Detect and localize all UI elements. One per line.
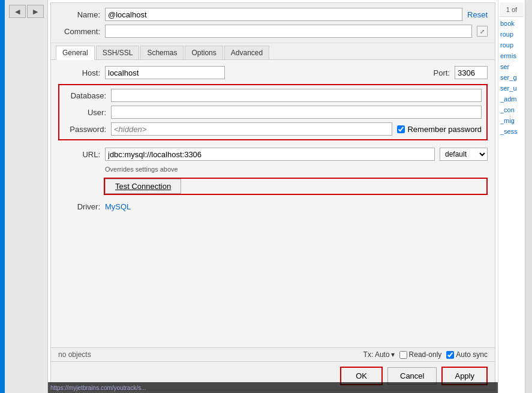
right-panel-count: 1 of	[506, 6, 517, 13]
driver-label: Driver:	[58, 202, 100, 211]
sidebar-active-indicator	[0, 0, 5, 393]
remember-password-checkbox[interactable]	[397, 125, 405, 133]
dialog-body: Host: Port: Database: User:	[51, 60, 495, 347]
list-item[interactable]: roup	[500, 40, 523, 50]
list-item[interactable]: _adm	[500, 94, 523, 104]
url-driver-select[interactable]: default	[440, 148, 488, 161]
read-only-checkbox[interactable]	[399, 351, 407, 359]
url-row: URL: default	[58, 148, 488, 161]
button-row: OK Cancel Apply	[51, 361, 495, 390]
host-row: Host: Port:	[58, 66, 488, 79]
list-item[interactable]: ser_u	[500, 83, 523, 94]
tab-schemas[interactable]: Schemas	[140, 46, 184, 59]
tabs-bar: General SSH/SSL Schemas Options Advanced	[51, 43, 495, 60]
overrides-text: Overrides settings above	[105, 166, 488, 173]
password-label: Password:	[64, 125, 106, 134]
database-input[interactable]	[111, 89, 482, 102]
tx-dropdown[interactable]: Tx: Auto ▾	[363, 350, 395, 359]
test-connection-button[interactable]: Test Connection	[105, 179, 181, 194]
remember-password-text: Remember password	[407, 125, 482, 134]
user-row: User:	[64, 106, 482, 119]
list-item[interactable]: _con	[500, 104, 523, 115]
dialog-header: Name: Reset Comment: ⤢	[51, 3, 495, 43]
reset-link[interactable]: Reset	[467, 10, 488, 19]
auto-sync-checkbox[interactable]	[446, 351, 454, 359]
ok-button[interactable]: OK	[340, 367, 383, 385]
status-bar: no objects Tx: Auto ▾ Read-only Auto syn…	[51, 347, 495, 361]
tab-sshssl[interactable]: SSH/SSL	[96, 46, 140, 59]
main-dialog-area: Name: Reset Comment: ⤢ General SSH/SSL S…	[48, 0, 498, 393]
list-item[interactable]: book	[500, 18, 523, 29]
list-item[interactable]: ser_g	[500, 72, 523, 83]
list-item[interactable]: ser	[500, 61, 523, 72]
auto-sync-text: Auto sync	[456, 350, 488, 359]
url-input[interactable]	[105, 148, 435, 161]
sidebar: ◀ ▶	[5, 0, 48, 393]
password-row: Password: Remember password	[64, 122, 482, 136]
tab-options[interactable]: Options	[185, 46, 223, 59]
expand-icon[interactable]: ⤢	[477, 26, 488, 37]
host-label: Host:	[58, 68, 100, 77]
remember-password-label[interactable]: Remember password	[397, 125, 482, 134]
comment-label: Comment:	[58, 27, 100, 36]
list-item[interactable]: _sess	[500, 126, 523, 137]
host-input[interactable]	[105, 66, 225, 79]
test-connection-wrapper: Test Connection	[104, 178, 488, 195]
back-button[interactable]: ◀	[9, 5, 26, 18]
comment-input[interactable]	[105, 25, 472, 38]
list-item[interactable]: _mig	[500, 115, 523, 126]
user-label: User:	[64, 108, 106, 117]
cancel-button[interactable]: Cancel	[387, 367, 437, 385]
tab-general[interactable]: General	[56, 46, 95, 60]
comment-row: Comment: ⤢	[58, 25, 488, 38]
connection-dialog: Name: Reset Comment: ⤢ General SSH/SSL S…	[50, 2, 495, 391]
list-item[interactable]: ermis	[500, 50, 523, 61]
name-input[interactable]	[105, 8, 462, 21]
scrollbar[interactable]	[525, 0, 532, 393]
sidebar-nav: ◀ ▶	[9, 5, 44, 18]
port-label: Port:	[434, 68, 450, 77]
database-row: Database:	[64, 89, 482, 102]
tx-label: Tx: Auto	[363, 350, 390, 359]
password-input[interactable]	[111, 122, 392, 136]
apply-button[interactable]: Apply	[441, 367, 488, 385]
name-label: Name:	[58, 10, 100, 19]
list-item[interactable]: roup	[500, 29, 523, 40]
status-right: Tx: Auto ▾ Read-only Auto sync	[363, 350, 488, 359]
driver-row: Driver: MySQL	[58, 202, 488, 211]
right-panel-header: 1 of	[500, 2, 524, 17]
tx-chevron-icon: ▾	[391, 350, 395, 359]
credentials-section: Database: User: Password: Remember passw…	[58, 84, 488, 140]
right-panel-items: book roup roup ermis ser ser_g ser_u _ad…	[500, 17, 524, 138]
auto-sync-label[interactable]: Auto sync	[446, 350, 488, 359]
forward-button[interactable]: ▶	[27, 5, 44, 18]
database-label: Database:	[64, 91, 106, 100]
tab-advanced[interactable]: Advanced	[224, 46, 269, 59]
right-panel: 1 of book roup roup ermis ser ser_g ser_…	[498, 0, 525, 393]
read-only-label[interactable]: Read-only	[399, 350, 442, 359]
name-row: Name: Reset	[58, 8, 488, 21]
driver-link[interactable]: MySQL	[105, 202, 131, 211]
status-text: no objects	[58, 350, 91, 359]
port-input[interactable]	[455, 66, 488, 79]
read-only-text: Read-only	[409, 350, 442, 359]
user-input[interactable]	[111, 106, 482, 119]
url-label: URL:	[58, 150, 100, 159]
